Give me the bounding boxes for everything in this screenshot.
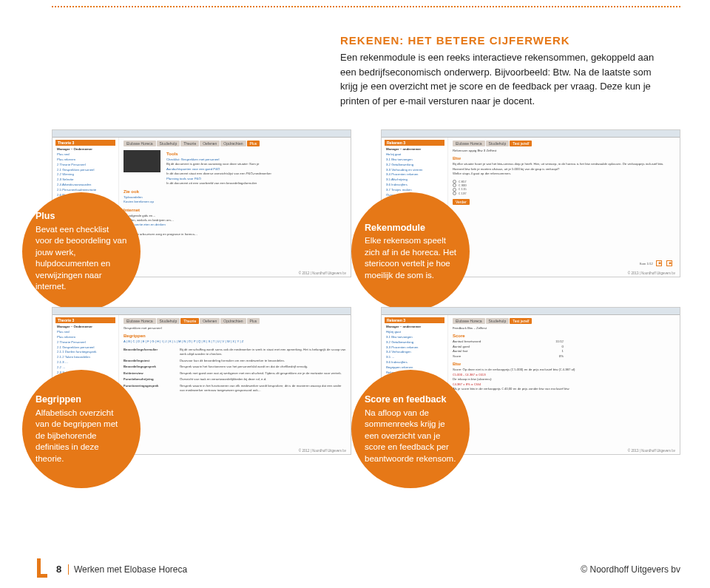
alphabet-index[interactable]: A | B | C | D | E | F | G | H | I | J | … (124, 339, 346, 344)
callout-title: Plus (36, 210, 127, 223)
page-label: Werken met Elobase Horeca (74, 564, 187, 575)
tab-theorie-active[interactable]: Theorie (180, 318, 199, 324)
radio-icon (453, 192, 456, 195)
sidebar-item[interactable]: 2.1.2 Taken beoordelen (55, 355, 115, 360)
score-row-label: Score (453, 354, 534, 359)
tab-oefenen[interactable]: Oefenen (200, 141, 220, 146)
tab-studiehulp[interactable]: Studiehulp (157, 318, 180, 324)
sidebar-item[interactable]: Manager – Ondernemer (55, 325, 115, 330)
callout-text: Na afloop van de sommenreeks krijg je ee… (365, 408, 456, 465)
cell-begrippen: Theorie 3 Manager – Ondernemer Plus ned … (52, 307, 351, 455)
screenshot-grid: Theorie 3 Manager – Ondernemer Plus ned … (52, 129, 680, 455)
sidebar-item[interactable]: Manager – Ondernemer (55, 147, 115, 152)
sidebar-item[interactable]: Plus rekenen (55, 158, 115, 163)
sidebar-item[interactable]: 3.4 Verhoudingen (385, 350, 444, 355)
sidebar-item[interactable]: 3.4 Procenten rekenen (385, 172, 444, 178)
sidebar-item[interactable]: 2.2 Werving (55, 172, 115, 178)
sidebar-item[interactable]: 2.1 Gesprekken personeel (55, 168, 115, 173)
callout-title: Score en feedback (365, 393, 456, 406)
sidebar-header: Theorie 3 (55, 317, 115, 323)
screenshot-footer: © 2012 | Noordhoff Uitgevers bv (299, 449, 346, 453)
som-counter: Som 1/12 (640, 262, 653, 266)
term-def: Daarvoor kan dit beoordeling formulier o… (180, 359, 346, 363)
header-block: REKENEN: HET BETERE CIJFERWERK Een reken… (340, 34, 658, 108)
sidebar-item[interactable]: Hij/zij gaat (385, 330, 444, 335)
verder-button[interactable]: Verder (453, 199, 470, 205)
callout-text: Elke rekensom speelt zich af in de horec… (365, 235, 456, 281)
callout-bubble-plus: Plus Bevat een checklist voor de beoorde… (22, 192, 141, 311)
sidebar-item[interactable]: 3.3 Verhouding en sterren (385, 168, 444, 173)
internet-line: De meeste arbo-eisen zorg en prognose in… (124, 232, 346, 237)
radio-option[interactable]: € 137 (453, 192, 675, 195)
sidebar-item[interactable]: 3.2 Getalbewerking (385, 340, 444, 345)
page-corner-mark (37, 558, 47, 578)
sidebar-item[interactable]: 3.2 Getalbewerking (385, 163, 444, 168)
content-area: Elobase Horeca Studiehulp Theorie Oefene… (119, 315, 351, 454)
term-name: Beoordelingsformulier (124, 348, 175, 357)
cell-plus: Theorie 3 Manager – Ondernemer Plus ned … (52, 129, 351, 277)
term-name: Beoordelingstest (124, 359, 175, 363)
sidebar-item[interactable]: 3.1 Btw toevoegen (385, 158, 444, 163)
sidebar-item[interactable]: 2 Theorie Personeel (55, 163, 115, 168)
tab-bar: Elobase Horeca Studiehulp Test jezelf (453, 318, 675, 324)
window-titlebar (53, 308, 351, 315)
sidebar-item[interactable]: 3.6 Indexcijfers (385, 360, 444, 365)
begrippen-heading: Begrippen (124, 334, 346, 338)
tab-testjezelf-active[interactable]: Test jezelf (510, 318, 532, 324)
sidebar-item[interactable]: 3.5 Afschrijving (385, 178, 444, 183)
sidebar-item[interactable]: Manager – ondernemer (385, 325, 444, 330)
sidebar-item[interactable]: 3.6 Indexcijfers (385, 183, 444, 188)
option-label: € 115 (459, 187, 467, 191)
sidebar-item[interactable]: 2.1.1 Doelen functiegesprek (55, 350, 115, 355)
tab-elobase[interactable]: Elobase Horeca (453, 318, 485, 324)
sidebar-item[interactable]: Plus rekenen (55, 335, 115, 340)
window-titlebar (53, 130, 351, 138)
tab-testjezelf-active[interactable]: Test jezelf (510, 141, 532, 146)
callout-bubble-rekenmodule: Rekenmodule Elke rekensom speelt zich af… (351, 192, 470, 311)
sidebar-item[interactable]: 3.5 … (385, 355, 444, 360)
tab-studiehulp[interactable]: Studiehulp (486, 318, 510, 324)
tab-studiehulp[interactable]: Studiehulp (486, 141, 510, 146)
tab-studiehulp[interactable]: Studiehulp (157, 141, 180, 146)
callout-text: Bevat een checklist voor de beoordeling … (36, 224, 127, 293)
callout-title: Rekenmodule (365, 222, 456, 234)
page-number: 8 (56, 564, 61, 575)
tab-opdrachten[interactable]: Opdrachten (220, 318, 246, 324)
tab-bar: Elobase Horeca Studiehulp Theorie Oefene… (124, 141, 346, 146)
term-def: Overzicht van taak en verantwoordelijkhe… (180, 377, 346, 382)
tab-oefenen[interactable]: Oefenen (200, 318, 220, 324)
sidebar-item[interactable]: Plus ned (55, 152, 115, 158)
sidebar-item[interactable]: 2.3 Selectie (55, 178, 115, 183)
sidebar-item[interactable]: Manager – ondernemer (385, 147, 444, 152)
tab-plus-active[interactable]: Plus (247, 141, 260, 146)
tool-desc: In dit document zit een voorbeeld van ee… (166, 181, 346, 186)
sidebar-item[interactable]: Plus ned (55, 330, 115, 335)
tab-elobase[interactable]: Elobase Horeca (453, 141, 485, 146)
zieook-link[interactable]: Kosten berekenen op (124, 200, 346, 204)
score-heading: Score (453, 334, 675, 338)
window-titlebar (382, 130, 680, 138)
sidebar-item[interactable]: 2 Theorie Personeel (55, 340, 115, 345)
tab-bar: Elobase Horeca Studiehulp Theorie Oefene… (124, 318, 346, 324)
callout-text: Alfabetisch overzicht van de begrippen m… (36, 408, 127, 465)
sidebar-item[interactable]: 2.4 Arbeidsvoorwaarden (55, 183, 115, 188)
sidebar-item[interactable]: 2.1.3 … (55, 360, 115, 365)
feedback-text: Als je score btw in de verkoopprijs € 40… (453, 387, 675, 391)
sidebar-header: Rekenen 3 (385, 140, 444, 146)
content-area: Elobase Horeca Studiehulp Test jezelf Fe… (448, 315, 680, 454)
sidebar-header: Rekenen 3 (385, 317, 444, 323)
section-zieook-heading: Zie ook (124, 189, 346, 194)
tab-plus[interactable]: Plus (247, 318, 260, 324)
tab-theorie[interactable]: Theorie (180, 141, 199, 146)
term-def: Bij dit verschaffing wordt soms ook de m… (180, 348, 346, 357)
sidebar-item[interactable]: 2.1 Gesprekken personeel (55, 345, 115, 351)
tab-opdrachten[interactable]: Opdrachten (220, 141, 246, 146)
sidebar-item[interactable]: He/zij gaat (385, 152, 444, 158)
cell-score: Rekenen 3 Manager – ondernemer Hij/zij g… (381, 307, 680, 455)
sidebar-item[interactable]: 3.1 Btw toevoegen (385, 335, 444, 340)
dotted-divider (52, 6, 680, 7)
callout-bubble-score: Score en feedback Na afloop van de somme… (351, 370, 470, 488)
tab-elobase[interactable]: Elobase Horeca (124, 141, 156, 146)
sidebar-item[interactable]: 3.3 Procenten rekenen (385, 345, 444, 351)
tab-elobase[interactable]: Elobase Horeca (124, 318, 156, 324)
